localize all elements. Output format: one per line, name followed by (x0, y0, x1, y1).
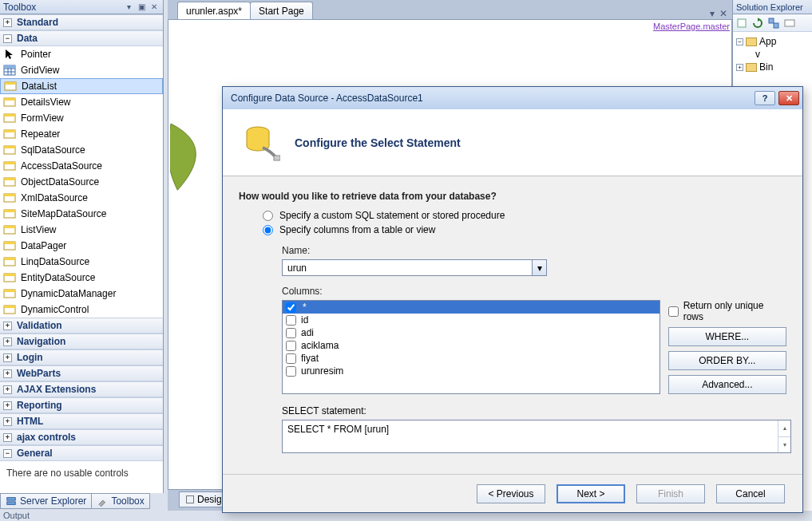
group-standard[interactable]: +Standard (0, 14, 163, 30)
gridview-icon (3, 64, 16, 77)
no-controls-text: There are no usable controls (0, 461, 163, 485)
group-html[interactable]: +HTML (0, 413, 163, 429)
group-navigation[interactable]: +Navigation (0, 334, 163, 349)
datalist-icon (4, 80, 17, 93)
tool-label: GridView (21, 65, 59, 76)
tool-entitydatasource[interactable]: EntityDataSource (0, 270, 163, 286)
column-fiyat[interactable]: fiyat (283, 352, 660, 365)
help-button[interactable]: ? (755, 91, 775, 105)
sqldatasource-icon (3, 144, 16, 156)
column-aciklama[interactable]: aciklama (283, 339, 660, 352)
down-icon[interactable]: ▾ (778, 437, 790, 453)
tool-objectdatasource[interactable]: ObjectDataSource (0, 174, 163, 190)
detailsview-icon (3, 96, 16, 109)
tool-listview[interactable]: ListView (0, 222, 163, 238)
toolbox-header: Toolbox ▾ ▣ ✕ (0, 0, 163, 14)
column-adi[interactable]: adi (283, 326, 660, 339)
server-icon (6, 495, 17, 507)
advanced-button[interactable]: Advanced... (668, 375, 786, 394)
tool-sitemapdatasource[interactable]: SiteMapDataSource (0, 206, 163, 222)
svg-rect-35 (4, 306, 15, 308)
tool-repeater[interactable]: Repeater (0, 126, 163, 142)
tree-node-app[interactable]: −App (735, 35, 810, 48)
tool-sqldatasource[interactable]: SqlDataSource (0, 142, 163, 158)
dialog-banner: Configure the Select Statement (223, 109, 802, 176)
tool-label: DynamicControl (21, 304, 89, 315)
tab-close-icon[interactable]: ✕ (719, 8, 727, 19)
tree-node-v[interactable]: v (735, 48, 810, 61)
previous-button[interactable]: < Previous (477, 484, 545, 503)
plus-icon: + (3, 385, 12, 394)
view-icon[interactable] (782, 16, 797, 30)
minus-icon: − (736, 38, 743, 45)
name-dropdown[interactable]: urun▾ (282, 259, 547, 276)
group-webparts[interactable]: +WebParts (0, 365, 163, 381)
tool-datalist[interactable]: DataList (0, 78, 163, 94)
tool-label: DataPager (21, 240, 66, 251)
tool-label: SiteMapDataSource (21, 208, 106, 219)
tool-accessdatasource[interactable]: AccessDataSource (0, 158, 163, 174)
nest-icon[interactable] (766, 16, 781, 30)
question-label: How would you like to retrieve data from… (239, 191, 786, 202)
tab-startpage[interactable]: Start Page (250, 2, 313, 19)
tool-label: LinqDataSource (21, 256, 89, 267)
svg-rect-36 (7, 498, 16, 501)
tool-linqdatasource[interactable]: LinqDataSource (0, 254, 163, 270)
up-icon[interactable]: ▴ (778, 420, 790, 437)
svg-rect-25 (4, 226, 15, 228)
group-ajax[interactable]: +AJAX Extensions (0, 381, 163, 397)
close-icon[interactable]: ✕ (149, 2, 160, 13)
where-button[interactable]: WHERE... (668, 327, 786, 346)
unique-rows-checkbox[interactable]: Return only unique rows (668, 300, 786, 322)
group-general[interactable]: −General (0, 445, 163, 461)
refresh-icon[interactable] (751, 16, 765, 30)
tool-dynamicdatamanager[interactable]: DynamicDataManager (0, 286, 163, 302)
tool-formview[interactable]: FormView (0, 110, 163, 126)
tool-pointer[interactable]: Pointer (0, 46, 163, 62)
dialog-titlebar[interactable]: Configure Data Source - AccessDataSource… (223, 87, 802, 109)
tab-server-explorer[interactable]: Server Explorer (0, 493, 92, 509)
chevron-down-icon[interactable]: ▾ (532, 260, 546, 275)
svg-rect-15 (4, 146, 15, 148)
master-page-link[interactable]: MasterPage.master (653, 22, 730, 31)
pin-icon[interactable]: ▣ (136, 2, 147, 13)
svg-rect-31 (4, 274, 15, 276)
column-urunresim[interactable]: urunresim (283, 365, 660, 377)
group-validation[interactable]: +Validation (0, 318, 163, 334)
group-reporting[interactable]: +Reporting (0, 397, 163, 413)
properties-icon[interactable] (735, 16, 749, 30)
tool-detailsview[interactable]: DetailsView (0, 94, 163, 110)
tool-gridview[interactable]: GridView (0, 62, 163, 78)
tree-node-bin[interactable]: +Bin (735, 61, 810, 73)
svg-rect-13 (4, 130, 15, 132)
group-login[interactable]: +Login (0, 349, 163, 365)
next-button[interactable]: Next > (557, 484, 625, 503)
group-ajaxcontrols[interactable]: +ajax controls (0, 429, 163, 445)
folder-icon (746, 63, 757, 72)
radio-custom-sql[interactable]: Specify a custom SQL statement or stored… (263, 210, 786, 221)
column-id[interactable]: id (283, 314, 660, 326)
output-label: Output (3, 511, 30, 520)
tab-urunler[interactable]: urunler.aspx* (177, 2, 251, 19)
columns-listbox[interactable]: *idadiaciklamafiyaturunresim (282, 300, 660, 394)
tool-xmldatasource[interactable]: XmlDataSource (0, 190, 163, 206)
column-all[interactable]: * (283, 301, 660, 314)
finish-button: Finish (636, 484, 705, 503)
stmt-textbox[interactable]: SELECT * FROM [urun]▴▾ (282, 420, 791, 453)
radio-table-columns[interactable]: Specify columns from a table or view (263, 224, 786, 235)
accessdatasource-icon (3, 160, 16, 172)
tool-label: XmlDataSource (21, 192, 88, 203)
tool-label: ListView (21, 224, 56, 235)
orderby-button[interactable]: ORDER BY... (668, 351, 786, 370)
tool-datapager[interactable]: DataPager (0, 238, 163, 254)
dropdown-icon[interactable]: ▾ (123, 2, 134, 13)
group-data[interactable]: −Data (0, 30, 163, 46)
toolbox-title: Toolbox (3, 2, 36, 13)
tab-dropdown-icon[interactable]: ▾ (710, 8, 715, 19)
close-button[interactable]: ✕ (778, 91, 799, 105)
tool-dynamiccontrol[interactable]: DynamicControl (0, 302, 163, 318)
tab-toolbox[interactable]: Toolbox (91, 493, 149, 509)
cancel-button[interactable]: Cancel (716, 484, 785, 503)
plus-icon: + (3, 337, 12, 346)
tool-label: Repeater (21, 128, 60, 140)
